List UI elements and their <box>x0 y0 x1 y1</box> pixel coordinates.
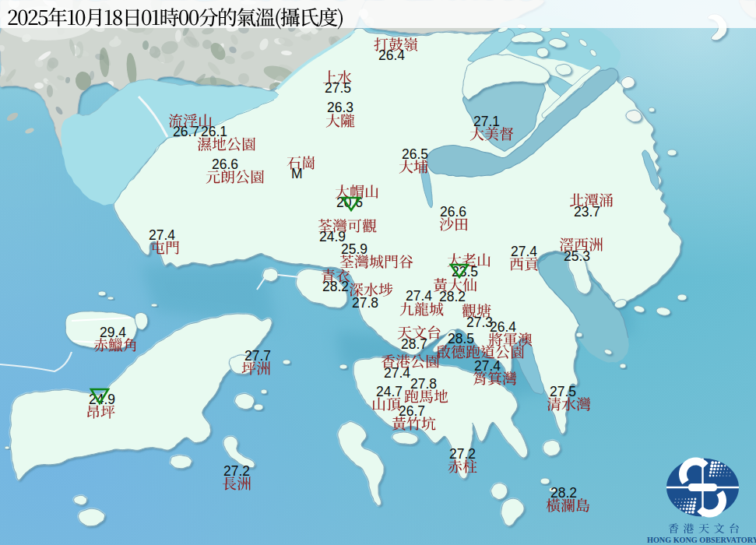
svg-text:27.4: 27.4 <box>474 358 501 374</box>
svg-text:26.3: 26.3 <box>327 100 353 115</box>
svg-text:28.2: 28.2 <box>550 485 577 501</box>
svg-text:27.4: 27.4 <box>384 365 410 381</box>
svg-text:26.5: 26.5 <box>402 146 428 162</box>
svg-text:27.4: 27.4 <box>406 288 432 304</box>
svg-text:28.7: 28.7 <box>401 336 427 352</box>
svg-text:26.4: 26.4 <box>378 47 405 63</box>
svg-text:27.5: 27.5 <box>325 80 351 96</box>
svg-text:26.7: 26.7 <box>173 124 199 139</box>
svg-text:29.4: 29.4 <box>100 325 126 340</box>
svg-text:28.2: 28.2 <box>439 289 466 304</box>
svg-text:27.4: 27.4 <box>149 227 175 243</box>
svg-text:26.6: 26.6 <box>212 156 238 172</box>
svg-text:25.9: 25.9 <box>341 241 367 257</box>
svg-text:27.4: 27.4 <box>511 244 537 259</box>
svg-text:26.4: 26.4 <box>490 319 516 335</box>
svg-text:26.6: 26.6 <box>440 204 466 220</box>
svg-text:23.7: 23.7 <box>574 204 600 220</box>
svg-text:27.2: 27.2 <box>449 446 476 462</box>
svg-text:28.2: 28.2 <box>322 279 349 294</box>
svg-text:26.7: 26.7 <box>399 403 425 419</box>
svg-text:27.8: 27.8 <box>410 376 437 392</box>
svg-text:27.1: 27.1 <box>473 114 500 129</box>
svg-text:28.5: 28.5 <box>448 331 474 346</box>
svg-text:M: M <box>291 166 303 181</box>
svg-text:27.5: 27.5 <box>550 384 576 399</box>
svg-text:27.2: 27.2 <box>223 463 250 479</box>
svg-text:25.3: 25.3 <box>564 248 590 264</box>
svg-text:HONG KONG OBSERVATORY: HONG KONG OBSERVATORY <box>647 536 756 544</box>
svg-text:27.7: 27.7 <box>244 348 271 364</box>
svg-text:27.3: 27.3 <box>466 315 493 330</box>
svg-text:27.8: 27.8 <box>352 295 378 311</box>
svg-text:24.7: 24.7 <box>376 384 403 399</box>
svg-text:26.1: 26.1 <box>201 124 227 139</box>
